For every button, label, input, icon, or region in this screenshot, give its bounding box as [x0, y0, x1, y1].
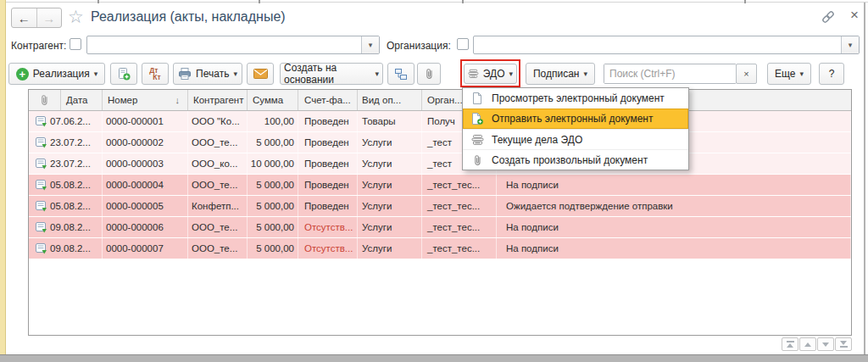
window-right-edge — [864, 3, 865, 354]
posted-document-icon — [36, 180, 47, 191]
cell-date: 09.08.2... — [50, 222, 91, 232]
table-row[interactable]: 09.08.2... 0000-000006 ООО_те... 5 000,0… — [29, 217, 851, 238]
contragent-filter-input[interactable] — [87, 36, 361, 53]
posted-document-icon — [36, 201, 47, 212]
send-email-button[interactable] — [247, 63, 274, 85]
history-nav: ← → — [11, 8, 62, 28]
tab-separator — [744, 0, 746, 3]
dtkt-postings-button[interactable]: ДтКт — [142, 63, 169, 85]
cell-sum: 10 000,00 — [248, 153, 298, 174]
plus-icon: + — [16, 68, 29, 81]
table-row[interactable]: 05.08.2... 0000-000005 Конфетп... 5 000,… — [29, 196, 851, 217]
cell-contragent: ООО_те... — [188, 175, 248, 195]
more-button[interactable]: Еще ▾ — [767, 63, 811, 85]
cell-number: 0000-000006 — [103, 217, 188, 237]
favorite-star-icon[interactable]: ☆ — [68, 7, 84, 27]
cell-number: 0000-000002 — [103, 132, 188, 153]
cell-date: 07.06.2... — [50, 116, 91, 126]
table-row[interactable]: 05.08.2... 0000-000004 ООО_те... 5 000,0… — [29, 175, 851, 196]
chevron-down-icon: ▾ — [94, 70, 98, 78]
page-title: Реализация (акты, накладные) — [91, 9, 286, 25]
related-documents-button[interactable] — [387, 63, 415, 85]
posted-document-icon — [36, 137, 47, 148]
cell-date: 23.07.2... — [50, 137, 91, 148]
create-based-on-button[interactable]: Создать на основании ▾ — [280, 63, 383, 85]
column-header-sum[interactable]: Сумма — [248, 90, 298, 110]
edo-dropdown-menu: Просмотреть электронный документ Отправи… — [462, 87, 689, 170]
posted-document-icon — [36, 116, 47, 127]
attachment-column-header[interactable] — [29, 90, 61, 110]
menu-item-create-arbitrary-document[interactable]: Создать произвольный документ — [463, 149, 688, 170]
window-bottom-edge — [0, 354, 868, 362]
send-document-icon — [470, 113, 484, 125]
posted-document-icon — [36, 243, 47, 254]
column-header-contragent[interactable]: Контрагент — [188, 90, 248, 110]
search-field — [604, 64, 737, 84]
column-header-number[interactable]: Номер ↓ — [103, 90, 188, 110]
menu-item-view-edocument[interactable]: Просмотреть электронный документ — [463, 88, 688, 109]
copy-document-button[interactable] — [110, 63, 137, 85]
go-next-button[interactable] — [817, 337, 834, 351]
cell-contragent: ООО_те... — [188, 238, 248, 259]
menu-item-label: Отправить электронный документ — [492, 113, 654, 125]
chevron-down-icon: ▾ — [375, 70, 379, 78]
window-top-edge — [6, 0, 868, 3]
list-pager — [782, 337, 852, 351]
document-icon — [470, 92, 484, 104]
cell-operation-type: Товары — [358, 111, 422, 131]
search-input[interactable] — [604, 64, 736, 83]
app-window: ← → ☆ Реализация (акты, накладные) × Кон… — [0, 0, 868, 362]
cell-date: 23.07.2... — [50, 159, 91, 169]
go-last-button[interactable] — [835, 337, 852, 351]
attachments-button[interactable] — [417, 63, 441, 85]
cell-sum: 5 000,00 — [248, 132, 298, 153]
table-row[interactable]: 07.06.2... 0000-000001 ООО "Ко... 100,00… — [29, 111, 851, 132]
column-header-date[interactable]: Дата — [61, 90, 103, 110]
bar-icon — [840, 346, 848, 348]
help-button[interactable]: ? — [819, 63, 844, 85]
org-filter-combo: ▾ — [473, 36, 860, 54]
get-link-icon[interactable] — [821, 9, 836, 25]
column-header-invoice[interactable]: Счет-фа... — [298, 90, 358, 110]
search-clear-button[interactable]: × — [736, 64, 757, 84]
signed-filter-button[interactable]: Подписан ▾ — [526, 63, 595, 85]
create-realization-button[interactable]: + Реализация ▾ — [8, 63, 105, 85]
org-dropdown-arrow-icon[interactable]: ▾ — [841, 36, 859, 53]
cell-operation-type: Услуги — [358, 175, 422, 195]
triangle-down-icon — [840, 341, 847, 345]
annotation-highlight-box — [460, 59, 520, 87]
chevron-down-icon: ▾ — [799, 70, 804, 78]
go-first-button[interactable] — [782, 337, 798, 351]
envelope-icon — [253, 69, 268, 79]
back-button[interactable]: ← — [12, 8, 37, 27]
menu-item-label: Создать произвольный документ — [492, 154, 648, 166]
org-filter-input[interactable] — [474, 36, 841, 53]
table-row[interactable]: 23.07.2... 0000-000002 ООО_те... 5 000,0… — [29, 132, 851, 153]
contragent-filter-combo: ▾ — [86, 36, 380, 54]
table-row[interactable]: 23.07.2... 0000-000003 ООО_ко... 10 000,… — [29, 153, 851, 175]
cell-invoice-status: Проведен — [298, 196, 358, 216]
contragent-filter-checkbox[interactable] — [70, 38, 81, 50]
cell-invoice-status: Проведен — [298, 153, 358, 174]
table-row[interactable]: 09.08.2... 0000-000007 ООО_те... 5 000,0… — [29, 238, 851, 259]
tab-separator — [462, 0, 464, 3]
posted-document-icon — [36, 159, 47, 170]
column-header-operation-type[interactable]: Вид оп... — [358, 90, 422, 110]
printer-icon — [178, 68, 192, 80]
menu-item-current-edo-tasks[interactable]: Текущие дела ЭДО — [463, 129, 688, 149]
tab-separator — [97, 0, 99, 3]
cell-contragent: ООО_те... — [188, 217, 248, 237]
menu-item-send-edocument[interactable]: Отправить электронный документ — [463, 109, 688, 129]
contragent-dropdown-arrow-icon[interactable]: ▾ — [361, 36, 379, 53]
create-based-on-label: Создать на основании — [284, 62, 370, 86]
table-header-row: Дата Номер ↓ Контрагент Сумма Счет-фа...… — [29, 90, 851, 111]
signed-filter-label: Подписан — [533, 68, 580, 80]
go-previous-button[interactable] — [799, 337, 816, 351]
bar-icon — [787, 341, 794, 343]
forward-button[interactable]: → — [37, 8, 62, 27]
dtkt-icon: ДтКт — [149, 67, 160, 81]
print-button[interactable]: Печать ▾ — [173, 63, 242, 85]
tab-separator — [259, 0, 260, 3]
close-icon[interactable]: × — [846, 7, 863, 24]
org-filter-checkbox[interactable] — [457, 38, 469, 50]
